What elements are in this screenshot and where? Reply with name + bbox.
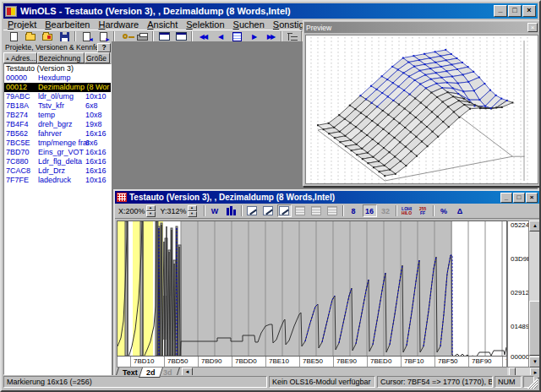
resize-grip[interactable] <box>527 378 538 389</box>
menu-item-suchen[interactable]: Suchen <box>229 19 269 30</box>
8bit-button[interactable]: 8 <box>347 204 361 217</box>
child-restore-button[interactable]: □ <box>513 193 525 203</box>
x-tick-label: 7BED0 <box>370 357 391 365</box>
preview-3d-surface <box>305 35 538 184</box>
dec-hex-button[interactable]: 255FF <box>416 204 430 217</box>
spin-down-icon[interactable]: ▼ <box>146 211 156 217</box>
title-bar[interactable]: WinOLS - Testauto (Version 3), , Dezimal… <box>3 3 538 19</box>
byte-order-button[interactable]: LOHIHILO <box>400 204 414 217</box>
close-button[interactable]: × <box>522 5 536 17</box>
16bit-button[interactable]: 16 <box>363 204 377 217</box>
map-row[interactable]: 7B4F4dreh_bgrz19x8 <box>4 120 111 129</box>
x-tick-label: 7BD10 <box>134 357 154 365</box>
column-header-size[interactable]: Größe <box>85 52 110 63</box>
map-row[interactable]: 7BC5Etmp/menge frar6x6 <box>4 139 111 148</box>
spin-up-icon[interactable]: ▲ <box>146 205 156 211</box>
toolbar-separator <box>74 31 76 42</box>
menu-item-hardware[interactable]: Hardware <box>94 19 143 30</box>
project-root-row[interactable]: Testauto (Version 3) <box>4 64 111 74</box>
new-page-icon <box>10 32 18 41</box>
open-folder-red-icon <box>42 34 52 41</box>
preview-window[interactable]: Preview × <box>303 20 541 187</box>
child-minimize-button[interactable]: _ <box>500 193 512 203</box>
chart-pencil-icon <box>247 206 257 215</box>
scroll-down-button[interactable]: ▼ <box>529 357 541 368</box>
edit-mode-3-button[interactable] <box>277 204 292 217</box>
hexdump-window[interactable]: Testauto (Version 3), , Dezimaldump (8 W… <box>113 189 541 378</box>
key-icon <box>123 34 128 39</box>
2d-waveform-plot <box>117 221 506 356</box>
map-row[interactable]: 7B562fahrver16x16 <box>4 129 111 139</box>
grid-gray-icon <box>295 206 305 215</box>
map-list[interactable]: Testauto (Version 3)00000Hexdump00012Dez… <box>3 63 112 375</box>
column-header-address[interactable]: ▲Adres... <box>3 52 37 63</box>
menu-item-bearbeiten[interactable]: Bearbeiten <box>41 19 94 30</box>
toolbar-separator <box>433 205 434 216</box>
open-folder-icon <box>25 34 36 41</box>
map-row-selected[interactable]: 00012Dezimaldump (8 Wor <box>4 83 111 92</box>
map-row[interactable]: 7F7FEladedruck10x16 <box>4 176 111 185</box>
2d-view-button[interactable] <box>224 204 238 217</box>
edit-mode-1-button[interactable] <box>245 204 260 217</box>
map-row[interactable]: 7CAC8Ldr_Drz16x16 <box>4 166 111 176</box>
chart-wand-icon <box>279 206 289 215</box>
preview-close-button[interactable]: × <box>527 23 538 32</box>
vertical-scrollbar[interactable]: ▲ ▼ <box>529 220 541 368</box>
x-zoom-label: X:200% <box>118 207 145 215</box>
vertical-scroll-thumb[interactable] <box>529 301 541 356</box>
hexdump-window-title: Testauto (Version 3), , Dezimaldump (8 W… <box>129 193 500 202</box>
map-row[interactable]: 7BD70Eins_gr_VOT16x16 <box>4 148 111 157</box>
hexdump-toolbar: X:200% ▲▼ Y:312% ▲▼ W 8 16 32 LOHIHILO 2… <box>115 204 539 219</box>
preview-title: Preview <box>306 24 527 32</box>
2d-plot-area[interactable] <box>117 220 507 357</box>
y-tick-label: 03D9B <box>511 255 529 263</box>
child-close-button[interactable]: × <box>526 193 538 203</box>
scroll-up-button[interactable]: ▲ <box>529 220 541 231</box>
status-num-lock: NUM <box>495 376 522 388</box>
map-row[interactable]: 7C880Ldr_flg_delta16x16 <box>4 157 111 166</box>
x-tick-label: 7BE10 <box>269 357 289 365</box>
32bit-button: 32 <box>379 204 393 217</box>
map-row[interactable]: 79ABCldr_öl/umg10x10 <box>4 92 111 101</box>
x-tick-label: 7BE50 <box>303 357 323 365</box>
toolbar-separator <box>204 205 205 216</box>
x-tick-label: 7BD50 <box>167 357 188 365</box>
text-view-button[interactable]: W <box>208 204 222 217</box>
status-module: Kein OLS16-Modul verfügbar <box>269 376 375 388</box>
x-zoom-stepper[interactable]: ▲▼ <box>146 205 156 217</box>
menu-item-projekt[interactable]: Projekt <box>3 19 41 30</box>
panel-help-button[interactable]: ? <box>97 43 111 52</box>
minimize-button[interactable]: _ <box>494 5 507 17</box>
percent-button[interactable]: % <box>437 204 451 217</box>
panel-header-label: Projekte, Versionen & Kennfelder: <box>5 43 97 52</box>
map-row[interactable]: 7B274temp10x8 <box>4 111 111 120</box>
delta-button[interactable]: Δ <box>453 204 467 217</box>
edit-mode-2-button[interactable] <box>261 204 276 217</box>
menu-item-selektion[interactable]: Selektion <box>182 19 228 30</box>
tree-icon <box>287 32 298 41</box>
toolbar-separator <box>396 205 397 216</box>
spin-down-icon[interactable]: ▼ <box>188 211 197 217</box>
tab-2d[interactable]: 2d <box>139 368 162 378</box>
grid-gray-icon <box>311 206 321 215</box>
column-header-name[interactable]: Bezeichnung <box>37 52 85 63</box>
map-row[interactable]: 00000Hexdump <box>4 74 111 83</box>
project-panel: Projekte, Versionen & Kennfelder: ? ▲Adr… <box>3 41 112 375</box>
y-axis-labels: 0522403D9B029120148900000 <box>507 220 529 368</box>
x-axis-labels: 7BD107BD507BD907BDD07BE107BE507BE907BED0… <box>117 357 507 368</box>
toolbar-separator <box>113 31 115 42</box>
map-row[interactable]: 7B18ATstv_kfr6x8 <box>4 101 111 111</box>
grid-option-3-button <box>325 204 340 217</box>
spin-up-icon[interactable]: ▲ <box>188 205 197 211</box>
menu-item-ansicht[interactable]: Ansicht <box>143 19 182 30</box>
preview-title-bar[interactable]: Preview × <box>304 22 539 33</box>
toolbar-separator <box>152 31 154 42</box>
x-tick-label: 7BDD0 <box>235 357 257 365</box>
printer-icon <box>137 35 148 41</box>
hexdump-title-bar[interactable]: Testauto (Version 3), , Dezimaldump (8 W… <box>115 191 539 204</box>
y-zoom-stepper[interactable]: ▲▼ <box>188 205 197 217</box>
bar-columns-icon <box>227 206 236 215</box>
toolbar-separator <box>281 31 282 42</box>
grid-table-icon <box>232 32 242 41</box>
maximize-button[interactable]: □ <box>508 5 522 17</box>
